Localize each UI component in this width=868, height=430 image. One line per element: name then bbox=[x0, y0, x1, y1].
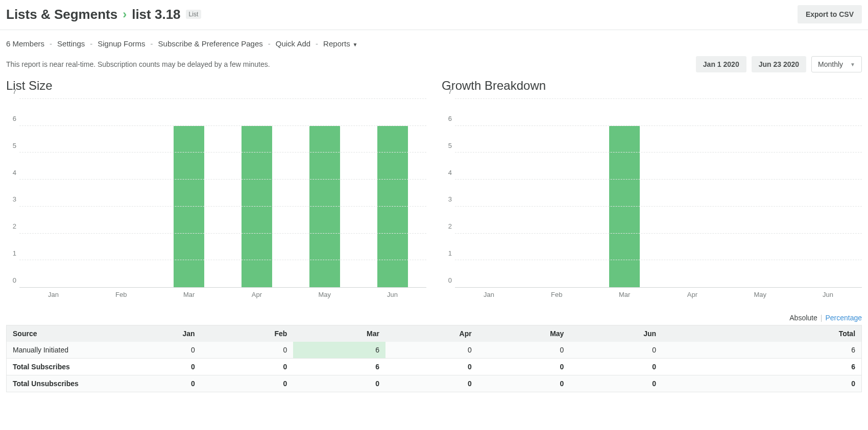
chevron-right-icon: › bbox=[123, 7, 127, 21]
table-column-header: Total bbox=[662, 325, 861, 342]
y-axis-tick: 0 bbox=[13, 276, 16, 284]
table-cell: 0 bbox=[570, 342, 662, 358]
row-label: Total Subscribes bbox=[7, 359, 109, 375]
table-cell: 0 bbox=[570, 375, 662, 392]
x-axis-tick: Feb bbox=[87, 291, 155, 298]
subnav-quick-add[interactable]: Quick Add bbox=[276, 39, 310, 48]
x-axis-tick: May bbox=[726, 291, 794, 298]
table-column-header: Feb bbox=[201, 325, 294, 342]
table-cell: 0 bbox=[385, 342, 478, 358]
table-column-header: Jan bbox=[109, 325, 201, 342]
y-axis-tick: 6 bbox=[448, 114, 452, 122]
breadcrumb-current: list 3.18 bbox=[132, 7, 180, 22]
subnav-signup-forms[interactable]: Signup Forms bbox=[98, 39, 145, 48]
row-label: Manually Initiated bbox=[7, 342, 109, 358]
y-axis-tick: 3 bbox=[13, 195, 16, 203]
table-cell: 0 bbox=[293, 375, 385, 392]
table-cell: 0 bbox=[570, 359, 662, 375]
bar bbox=[309, 126, 340, 287]
nav-separator: - bbox=[90, 39, 92, 48]
bar bbox=[609, 126, 640, 287]
toggle-separator: | bbox=[821, 314, 823, 322]
chart-title-growth: Growth Breakdown bbox=[442, 79, 862, 93]
table-cell: 0 bbox=[109, 342, 201, 358]
table-cell: 0 bbox=[385, 359, 478, 375]
y-axis-tick: 6 bbox=[13, 114, 16, 122]
table-cell-total: 6 bbox=[662, 359, 861, 375]
x-axis-tick: Jun bbox=[794, 291, 862, 298]
growth-breakdown-chart: Growth Breakdown 01234567 JanFebMarAprMa… bbox=[442, 79, 862, 298]
subnav-subscribe-pages[interactable]: Subscribe & Preference Pages bbox=[158, 39, 263, 48]
growth-table: SourceJanFebMarAprMayJunTotal Manually I… bbox=[6, 325, 862, 392]
period-selected-label: Monthly bbox=[818, 60, 843, 68]
export-csv-button[interactable]: Export to CSV bbox=[798, 5, 862, 23]
caret-down-icon: ▼ bbox=[351, 42, 358, 47]
y-axis-tick: 5 bbox=[13, 141, 16, 149]
subnav-reports[interactable]: Reports ▼ bbox=[323, 39, 357, 48]
table-cell: 0 bbox=[478, 359, 570, 375]
table-cell: 0 bbox=[478, 342, 570, 358]
table-column-header: Source bbox=[7, 325, 109, 342]
nav-separator: - bbox=[316, 39, 318, 48]
realtime-note: This report is near real-time. Subscript… bbox=[6, 60, 270, 68]
x-axis-tick: Mar bbox=[591, 291, 659, 298]
table-cell: 0 bbox=[201, 342, 294, 358]
table-column-header: Mar bbox=[293, 325, 385, 342]
table-column-header: Jun bbox=[570, 325, 662, 342]
y-axis-tick: 2 bbox=[13, 222, 16, 230]
y-axis-tick: 0 bbox=[448, 276, 452, 284]
y-axis-tick: 1 bbox=[13, 249, 16, 257]
table-column-header: May bbox=[478, 325, 570, 342]
nav-separator: - bbox=[50, 39, 52, 48]
x-axis-tick: Feb bbox=[523, 291, 591, 298]
row-label: Total Unsubscribes bbox=[7, 375, 109, 392]
breadcrumb-root[interactable]: Lists & Segments bbox=[6, 7, 117, 22]
list-size-chart: List Size 01234567 JanFebMarAprMayJun bbox=[6, 79, 426, 298]
table-cell: 0 bbox=[201, 375, 294, 392]
toggle-absolute[interactable]: Absolute bbox=[789, 314, 817, 322]
subnav: 6 Members - Settings - Signup Forms - Su… bbox=[0, 30, 868, 52]
x-axis-tick: Jan bbox=[455, 291, 523, 298]
table-cell: 0 bbox=[109, 375, 201, 392]
table-cell: 0 bbox=[201, 359, 294, 375]
subnav-settings[interactable]: Settings bbox=[57, 39, 85, 48]
table-cell: 6 bbox=[293, 359, 385, 375]
x-axis-tick: Jun bbox=[358, 291, 426, 298]
y-axis-tick: 7 bbox=[13, 88, 16, 95]
table-cell-total: 6 bbox=[662, 342, 861, 358]
y-axis-tick: 4 bbox=[13, 168, 16, 176]
y-axis-tick: 4 bbox=[448, 168, 452, 176]
x-axis-tick: Mar bbox=[155, 291, 223, 298]
table-row: Total Unsubscribes0000000 bbox=[7, 375, 861, 392]
subnav-members[interactable]: 6 Members bbox=[6, 39, 44, 48]
table-cell-total: 0 bbox=[662, 375, 861, 392]
bar bbox=[377, 126, 408, 287]
toggle-percentage[interactable]: Percentage bbox=[825, 314, 862, 322]
table-cell: 0 bbox=[478, 375, 570, 392]
nav-separator: - bbox=[151, 39, 153, 48]
table-row: Manually Initiated0060006 bbox=[7, 342, 861, 358]
x-axis-tick: May bbox=[291, 291, 358, 298]
x-axis-tick: Apr bbox=[658, 291, 726, 298]
list-type-badge: List bbox=[186, 10, 202, 19]
date-end-button[interactable]: Jun 23 2020 bbox=[752, 56, 806, 72]
caret-down-icon: ▼ bbox=[850, 62, 855, 67]
x-axis-tick: Apr bbox=[223, 291, 291, 298]
table-cell: 6 bbox=[293, 342, 385, 358]
table-column-header: Apr bbox=[385, 325, 478, 342]
nav-separator: - bbox=[268, 39, 271, 48]
y-axis-tick: 7 bbox=[448, 88, 452, 95]
table-cell: 0 bbox=[385, 375, 478, 392]
table-row: Total Subscribes0060006 bbox=[7, 358, 861, 375]
y-axis-tick: 1 bbox=[448, 249, 452, 257]
breadcrumb: Lists & Segments › list 3.18 List bbox=[6, 7, 201, 22]
period-select[interactable]: Monthly ▼ bbox=[811, 56, 862, 72]
bar bbox=[242, 126, 272, 287]
y-axis-tick: 3 bbox=[448, 195, 452, 203]
table-cell: 0 bbox=[109, 359, 201, 375]
chart-title-list-size: List Size bbox=[6, 79, 426, 93]
bar bbox=[174, 126, 204, 287]
x-axis-tick: Jan bbox=[19, 291, 87, 298]
y-axis-tick: 5 bbox=[448, 141, 452, 149]
date-start-button[interactable]: Jan 1 2020 bbox=[696, 56, 746, 72]
